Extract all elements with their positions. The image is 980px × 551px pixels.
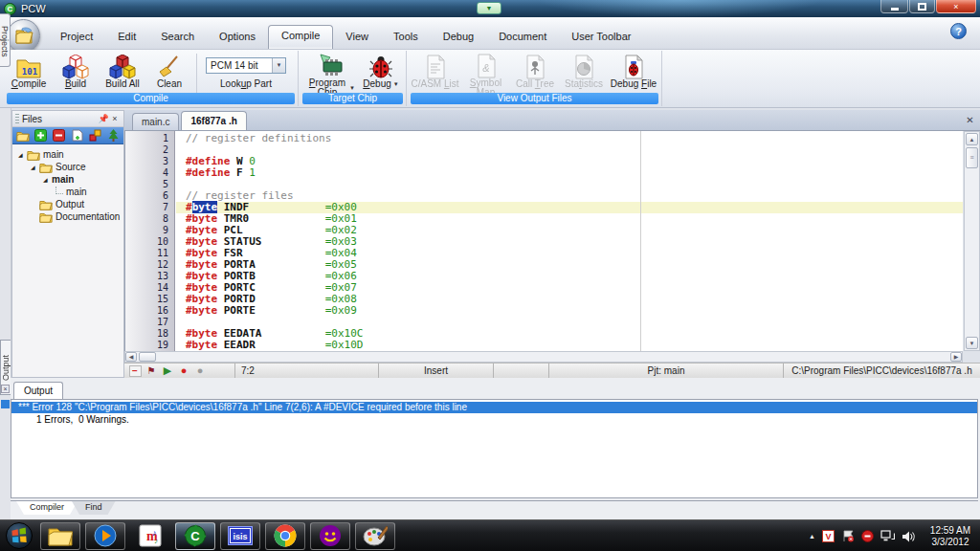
titlebar-green-button[interactable]: ▼ <box>477 2 501 14</box>
projects-side-tab[interactable]: Projects <box>0 13 11 67</box>
open-folder-icon[interactable] <box>14 128 31 143</box>
output-close-icon[interactable]: × <box>1 385 10 393</box>
panel-grip[interactable] <box>15 114 19 124</box>
remove-bookmark-icon[interactable]: − <box>128 364 142 377</box>
scroll-right-icon[interactable]: ▶ <box>950 352 962 362</box>
tree-expander-icon[interactable]: ◢ <box>18 151 27 158</box>
project-tree-icon[interactable] <box>105 128 122 143</box>
chrome-icon[interactable] <box>265 522 305 550</box>
line-number: 13 <box>125 271 174 282</box>
menu-item-search[interactable]: Search <box>148 27 207 49</box>
debug-file-button[interactable]: Debug File <box>609 53 658 95</box>
chip-type-select[interactable]: PCM 14 bit ▼ <box>206 57 286 74</box>
debug-dropdown-icon[interactable]: ▼ <box>393 81 399 87</box>
scroll-down-icon[interactable]: ▼ <box>966 337 978 349</box>
volume-icon[interactable] <box>902 531 915 542</box>
scroll-left-icon[interactable]: ◀ <box>125 352 137 362</box>
program-chip-button[interactable]: Program Chip▼ <box>302 53 360 95</box>
build-all-button[interactable]: Build All <box>98 53 147 95</box>
run-icon[interactable]: ▶ <box>161 364 174 377</box>
horizontal-scrollbar[interactable]: ◀ ▶ <box>124 351 963 363</box>
code-line-3[interactable]: #define W 0 <box>176 156 963 167</box>
remove-item-icon[interactable] <box>51 128 67 143</box>
start-button[interactable] <box>6 522 33 549</box>
casm-list-button[interactable]: C/ASM List <box>410 53 460 95</box>
compile-button[interactable]: 101 Compile <box>4 53 54 95</box>
insert-mode: Insert <box>379 364 494 378</box>
network-icon[interactable] <box>880 530 895 542</box>
editor-tab-main-c[interactable]: main.c <box>132 113 179 130</box>
vertical-scrollbar[interactable]: ▲ ≡ ▼ <box>964 131 980 351</box>
horizontal-scroll-thumb[interactable] <box>139 352 156 362</box>
files-close-icon[interactable]: × <box>109 113 121 124</box>
symbol-map-button[interactable]: & Symbol Map <box>460 53 511 95</box>
maximize-button[interactable] <box>909 0 935 13</box>
lookup-part-button[interactable]: Lookup Part <box>220 74 272 89</box>
tree-item-main[interactable]: ◢main <box>12 173 123 186</box>
menu-item-debug[interactable]: Debug <box>431 27 486 49</box>
bookmark-flag-icon[interactable]: ⚑ <box>145 364 158 377</box>
pin-icon[interactable]: 📌 <box>98 113 109 124</box>
program-chip-dropdown-icon[interactable]: ▼ <box>349 85 355 91</box>
paint-icon[interactable] <box>355 522 395 550</box>
build-button[interactable]: Build <box>54 53 98 95</box>
close-button[interactable]: × <box>936 0 976 13</box>
yahoo-messenger-icon[interactable] <box>310 522 350 550</box>
error-message-row[interactable]: *** Error 128 "C:\Program Files\PICC\dev… <box>11 402 977 413</box>
tree-item-documentation[interactable]: Documentation <box>12 210 123 223</box>
tree-item-source[interactable]: ◢Source <box>12 161 123 173</box>
pcw-taskbar-icon[interactable]: C <box>175 522 215 550</box>
tree-item-main[interactable]: main <box>12 186 123 198</box>
menu-item-document[interactable]: Document <box>486 27 559 49</box>
action-center-icon[interactable] <box>841 530 855 542</box>
record-icon[interactable]: ● <box>177 364 190 377</box>
application-orb-button[interactable] <box>7 19 40 53</box>
tree-expander-icon[interactable]: ◢ <box>43 176 52 183</box>
tree-item-main[interactable]: ◢main <box>12 148 123 161</box>
menu-item-project[interactable]: Project <box>48 27 105 49</box>
new-file-icon[interactable] <box>69 128 85 143</box>
code-area[interactable]: 12345678910111213141516171819 // registe… <box>124 131 963 351</box>
stop-icon[interactable]: ● <box>193 364 207 377</box>
build-blocks-icon[interactable] <box>87 128 103 143</box>
music-app-icon[interactable]: m♪♪ <box>130 522 170 550</box>
output-tab[interactable]: Output <box>13 382 63 399</box>
output-tab-compiler[interactable]: Compiler <box>16 501 78 515</box>
debug-button[interactable]: Debug▼ <box>360 53 402 95</box>
taskbar-clock[interactable]: 12:59 AM 3/3/2012 <box>923 525 978 548</box>
menu-item-user-toolbar[interactable]: User Toolbar <box>559 27 643 49</box>
menu-item-compile[interactable]: Compile <box>268 25 333 49</box>
code-line-5[interactable] <box>176 179 963 190</box>
tree-item-output[interactable]: Output <box>12 198 123 210</box>
media-player-icon[interactable] <box>85 522 125 550</box>
antivirus-icon[interactable]: V <box>822 530 835 542</box>
editor-tab-16f877a-h[interactable]: 16f877a .h <box>181 111 246 130</box>
menu-item-tools[interactable]: Tools <box>381 27 431 49</box>
minimize-button[interactable] <box>880 0 908 13</box>
call-tree-button[interactable]: Call Tree <box>511 53 559 95</box>
code-lines[interactable]: // register definitions#define W 0#defin… <box>176 131 963 351</box>
vertical-scroll-thumb[interactable]: ≡ <box>966 147 978 168</box>
help-button[interactable]: ? <box>950 23 967 39</box>
add-item-icon[interactable] <box>33 128 49 143</box>
clean-button[interactable]: Clean <box>147 53 191 95</box>
folder-icon <box>39 162 53 173</box>
code-line-1[interactable]: // register definitions <box>176 133 963 144</box>
statistics-button[interactable]: Statistics <box>559 53 609 95</box>
explorer-icon[interactable] <box>40 522 80 550</box>
code-line-16[interactable]: #byte PORTE =0x09 <box>176 305 963 317</box>
code-token: 1 <box>249 166 256 179</box>
menu-item-view[interactable]: View <box>333 27 381 49</box>
scroll-up-icon[interactable]: ▲ <box>966 133 978 145</box>
tray-expand-icon[interactable]: ▲ <box>809 533 815 540</box>
code-line-19[interactable]: #byte EEADR =0x10D <box>176 340 963 351</box>
code-line-4[interactable]: #define F 1 <box>176 167 963 179</box>
output-tab-find[interactable]: Find <box>72 501 116 515</box>
editor-tab-close-icon[interactable]: ✕ <box>964 114 976 126</box>
security-icon[interactable] <box>861 530 874 542</box>
code-line-2[interactable] <box>176 144 963 156</box>
menu-item-edit[interactable]: Edit <box>105 27 148 49</box>
tree-expander-icon[interactable]: ◢ <box>31 164 39 170</box>
isis-icon[interactable]: isis <box>220 522 260 550</box>
menu-item-options[interactable]: Options <box>207 27 268 49</box>
